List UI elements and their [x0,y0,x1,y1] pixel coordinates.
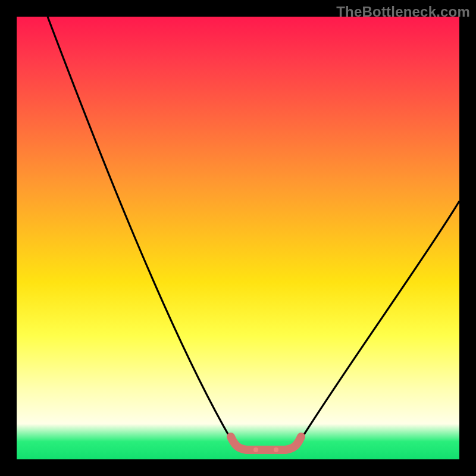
plateau-highlight [17,17,459,459]
plot-area [17,17,459,459]
plateau-dot-icon [253,447,258,452]
watermark-text: TheBottleneck.com [336,4,470,20]
plateau-dot-icon [274,447,278,452]
chart-frame: TheBottleneck.com [0,0,476,476]
plateau-stroke [231,437,301,450]
